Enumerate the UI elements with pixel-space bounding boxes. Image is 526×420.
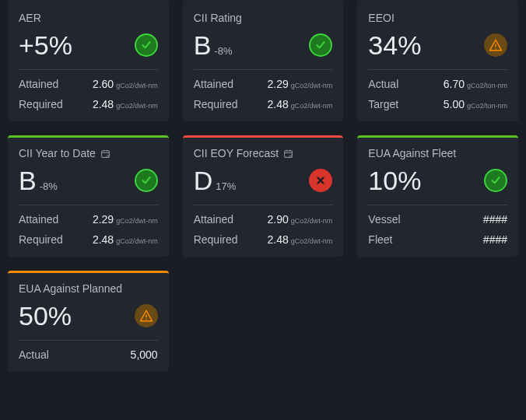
metric-label: Attained bbox=[194, 213, 233, 226]
card-eua-fleet[interactable]: EUA Against Fleet 10% Vessel#### Fleet##… bbox=[357, 135, 518, 257]
metric-value: 2.29gCo2/dwt-nm bbox=[93, 213, 158, 226]
metrics: Vessel#### Fleet#### bbox=[368, 205, 507, 246]
status-warn-icon bbox=[135, 304, 158, 327]
status-err-icon bbox=[309, 169, 332, 192]
hero-value: B-8% bbox=[19, 167, 58, 194]
card-title: EUA Against Fleet bbox=[368, 147, 507, 159]
metric-value: 5.00gCo2/ton-nm bbox=[444, 98, 507, 110]
metric-label: Required bbox=[194, 233, 238, 246]
hero-row: +5% bbox=[19, 32, 158, 58]
metric-label: Required bbox=[19, 98, 63, 110]
status-ok-icon bbox=[135, 169, 158, 192]
metric-label: Vessel bbox=[368, 213, 400, 226]
card-title: CII Rating bbox=[194, 12, 333, 24]
calendar-icon bbox=[283, 149, 293, 159]
hero-row: 10% bbox=[368, 167, 507, 194]
card-eeoi[interactable]: EEOI 34% Actual6.70gCo2/ton-nm Target5.0… bbox=[357, 0, 518, 121]
card-title: CII EOY Forecast bbox=[194, 147, 333, 159]
svg-rect-7 bbox=[107, 155, 108, 156]
metrics: Actual6.70gCo2/ton-nm Target5.00gCo2/ton… bbox=[368, 69, 507, 110]
metric-label: Required bbox=[19, 233, 63, 246]
card-cii-ytd[interactable]: CII Year to Date B-8% Attained2.29gCo2/d… bbox=[8, 135, 169, 257]
card-title: CII Year to Date bbox=[19, 147, 158, 159]
status-ok-icon bbox=[484, 169, 507, 192]
hero-row: 34% bbox=[368, 32, 507, 58]
metric-label: Required bbox=[194, 98, 238, 110]
metric-value: 2.60gCo2/dwt-nm bbox=[93, 78, 158, 90]
card-title: EEOI bbox=[368, 12, 507, 24]
hero-value: 50% bbox=[19, 303, 72, 329]
hero-row: B-8% bbox=[19, 167, 158, 194]
metrics: Attained2.60gCo2/dwt-nm Required2.48gCo2… bbox=[19, 69, 158, 110]
hero-value: +5% bbox=[19, 32, 72, 58]
metric-value: 2.48gCo2/dwt-nm bbox=[268, 98, 333, 110]
metric-label: Actual bbox=[368, 78, 398, 90]
metric-value: 2.48gCo2/dwt-nm bbox=[268, 233, 333, 246]
svg-rect-13 bbox=[290, 155, 291, 156]
metric-label: Attained bbox=[19, 78, 58, 90]
svg-point-1 bbox=[495, 48, 496, 50]
metric-value: 5,000 bbox=[131, 348, 158, 361]
hero-row: B-8% bbox=[194, 32, 333, 58]
metric-label: Target bbox=[368, 98, 398, 110]
card-title: AER bbox=[19, 12, 158, 24]
metric-label: Fleet bbox=[368, 233, 392, 246]
status-ok-icon bbox=[135, 33, 158, 57]
metric-value: 2.29gCo2/dwt-nm bbox=[268, 78, 333, 90]
metric-value: 2.48gCo2/dwt-nm bbox=[93, 98, 158, 110]
card-eua-planned[interactable]: EUA Against Planned 50% Actual5,000 bbox=[8, 271, 169, 372]
hero-value: D17% bbox=[194, 167, 237, 194]
calendar-icon bbox=[100, 149, 110, 159]
metric-value: 2.48gCo2/dwt-nm bbox=[93, 233, 158, 246]
metrics: Attained2.90gCo2/dwt-nm Required2.48gCo2… bbox=[194, 205, 333, 246]
hero-value: 10% bbox=[368, 167, 421, 194]
metrics: Actual5,000 bbox=[19, 340, 158, 361]
metric-label: Actual bbox=[19, 348, 49, 361]
dashboard-grid: AER +5% Attained2.60gCo2/dwt-nm Required… bbox=[8, 0, 518, 372]
metric-label: Attained bbox=[19, 213, 58, 226]
metric-value: #### bbox=[483, 233, 507, 246]
metric-value: 2.90gCo2/dwt-nm bbox=[268, 213, 333, 226]
hero-row: 50% bbox=[19, 303, 158, 329]
card-cii-rating[interactable]: CII Rating B-8% Attained2.29gCo2/dwt-nm … bbox=[183, 0, 344, 121]
metric-label: Attained bbox=[194, 78, 233, 90]
card-cii-eoy[interactable]: CII EOY Forecast D17% Attained2.90gCo2/d… bbox=[183, 135, 344, 257]
card-aer[interactable]: AER +5% Attained2.60gCo2/dwt-nm Required… bbox=[8, 0, 169, 121]
status-warn-icon bbox=[484, 33, 507, 57]
hero-value: 34% bbox=[368, 32, 421, 58]
metrics: Attained2.29gCo2/dwt-nm Required2.48gCo2… bbox=[19, 205, 158, 246]
card-title: EUA Against Planned bbox=[19, 282, 158, 295]
status-ok-icon bbox=[309, 33, 332, 57]
hero-value: B-8% bbox=[194, 32, 233, 58]
metric-value: 6.70gCo2/ton-nm bbox=[444, 78, 507, 90]
hero-row: D17% bbox=[194, 167, 333, 194]
metrics: Attained2.29gCo2/dwt-nm Required2.48gCo2… bbox=[194, 69, 333, 110]
svg-point-15 bbox=[146, 319, 147, 320]
metric-value: #### bbox=[483, 213, 507, 226]
